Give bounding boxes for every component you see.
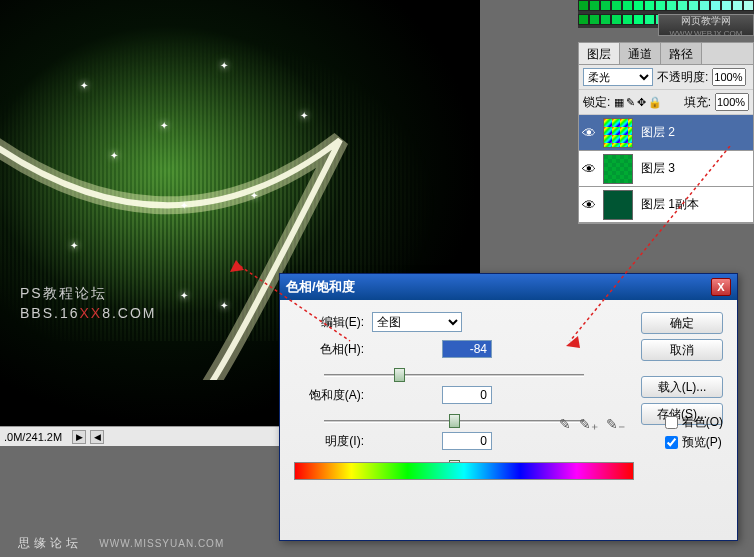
swatch[interactable] <box>688 0 699 11</box>
wm-pre: BBS.16 <box>20 305 79 321</box>
status-arrow-left[interactable]: ◀ <box>90 430 104 444</box>
load-button[interactable]: 载入(L)... <box>641 376 723 398</box>
status-text: .0M/241.2M <box>4 431 62 443</box>
footer: 思缘论坛 WWW.MISSYUAN.COM <box>18 535 224 552</box>
hue-label: 色相(H): <box>294 341 364 358</box>
preview-checkbox[interactable] <box>665 436 678 449</box>
lock-label: 锁定: <box>583 94 610 111</box>
dialog-titlebar[interactable]: 色相/饱和度 X <box>280 274 737 300</box>
ok-button[interactable]: 确定 <box>641 312 723 334</box>
opacity-input[interactable] <box>712 68 746 86</box>
hue-slider-thumb[interactable] <box>394 368 405 382</box>
visibility-icon[interactable]: 👁 <box>579 197 599 213</box>
preview-text: 预览(P) <box>682 434 722 451</box>
close-button[interactable]: X <box>711 278 731 296</box>
brand-line2: WWW.WEBJX.COM <box>670 29 743 38</box>
tab-layers[interactable]: 图层 <box>579 43 620 64</box>
colorize-check-label[interactable]: 着色(O) <box>665 414 723 431</box>
swatch[interactable] <box>600 14 611 25</box>
eyedropper-add-icon[interactable]: ✎₊ <box>579 416 598 432</box>
status-arrow-right[interactable]: ▶ <box>72 430 86 444</box>
layer-row[interactable]: 👁图层 3 <box>579 151 753 187</box>
layers-panel: 图层 通道 路径 柔光 不透明度: 锁定: ▦ ✎ ✥ 🔒 填充: 👁图层 2👁… <box>578 42 754 224</box>
brand-line1: 网页教学网 <box>681 15 731 26</box>
swatch[interactable] <box>633 14 644 25</box>
fill-label: 填充: <box>684 94 711 111</box>
wm-mid: XX <box>79 305 102 321</box>
hue-input[interactable] <box>442 340 492 358</box>
swatch[interactable] <box>600 0 611 11</box>
layer-row[interactable]: 👁图层 1副本 <box>579 187 753 223</box>
sat-slider-thumb[interactable] <box>449 414 460 428</box>
swatch[interactable] <box>622 14 633 25</box>
dialog-title-text: 色相/饱和度 <box>286 278 355 296</box>
layer-list: 👁图层 2👁图层 3👁图层 1副本 <box>579 115 753 223</box>
swatch[interactable] <box>721 0 732 11</box>
spectrum-bar <box>294 462 634 480</box>
eyedropper-sub-icon[interactable]: ✎₋ <box>606 416 625 432</box>
tab-channels[interactable]: 通道 <box>620 43 661 64</box>
swatch[interactable] <box>677 0 688 11</box>
swatch[interactable] <box>699 0 710 11</box>
layer-thumbnail[interactable] <box>603 118 633 148</box>
swatch[interactable] <box>578 0 589 11</box>
fill-input[interactable] <box>715 93 749 111</box>
dialog-buttons: 确定 取消 载入(L)... 存储(S)... <box>641 312 723 430</box>
layer-name[interactable]: 图层 3 <box>637 160 675 177</box>
layer-thumbnail[interactable] <box>603 190 633 220</box>
lock-transparency-icon[interactable]: ▦ <box>614 96 624 109</box>
light-label: 明度(I): <box>294 433 364 450</box>
hue-slider[interactable] <box>324 366 584 386</box>
sat-slider[interactable] <box>324 412 584 432</box>
visibility-icon[interactable]: 👁 <box>579 125 599 141</box>
colorize-text: 着色(O) <box>682 414 723 431</box>
layer-thumbnail[interactable] <box>603 154 633 184</box>
swatch[interactable] <box>611 0 622 11</box>
dialog-checkboxes: 着色(O) 预览(P) <box>665 414 723 454</box>
opacity-label: 不透明度: <box>657 69 708 86</box>
layer-name[interactable]: 图层 1副本 <box>637 196 699 213</box>
visibility-icon[interactable]: 👁 <box>579 161 599 177</box>
layers-blend-row: 柔光 不透明度: <box>579 65 753 90</box>
swatch[interactable] <box>611 14 622 25</box>
eyedropper-icon[interactable]: ✎ <box>559 416 571 432</box>
footer-url: WWW.MISSYUAN.COM <box>99 538 224 549</box>
footer-text: 思缘论坛 <box>18 536 82 550</box>
preview-check-label[interactable]: 预览(P) <box>665 434 723 451</box>
swatch[interactable] <box>666 0 677 11</box>
swatch[interactable] <box>743 0 754 11</box>
lock-move-icon[interactable]: ✥ <box>637 96 646 109</box>
swatch[interactable] <box>622 0 633 11</box>
swatch[interactable] <box>655 0 666 11</box>
lock-paint-icon[interactable]: ✎ <box>626 96 635 109</box>
swatch[interactable] <box>589 0 600 11</box>
swatch[interactable] <box>633 0 644 11</box>
layer-name[interactable]: 图层 2 <box>637 124 675 141</box>
edit-label: 编辑(E): <box>294 314 364 331</box>
brand-badge: 网页教学网 WWW.WEBJX.COM <box>658 14 754 36</box>
hue-saturation-dialog: 色相/饱和度 X 编辑(E): 全图 色相(H): 饱和度(A): 明度(I): <box>279 273 738 541</box>
light-input[interactable] <box>442 432 492 450</box>
blend-mode-select[interactable]: 柔光 <box>583 68 653 86</box>
sat-input[interactable] <box>442 386 492 404</box>
sat-label: 饱和度(A): <box>294 387 364 404</box>
eyedropper-tools: ✎ ✎₊ ✎₋ <box>559 416 625 432</box>
swatch[interactable] <box>644 14 655 25</box>
watermark-line2: BBS.16XX8.COM <box>20 305 157 321</box>
swatch[interactable] <box>732 0 743 11</box>
tab-paths[interactable]: 路径 <box>661 43 702 64</box>
layers-lock-row: 锁定: ▦ ✎ ✥ 🔒 填充: <box>579 90 753 115</box>
watermark-line1: PS教程论坛 <box>20 285 107 303</box>
swatch[interactable] <box>589 14 600 25</box>
colorize-checkbox[interactable] <box>665 416 678 429</box>
swatch[interactable] <box>644 0 655 11</box>
swatch[interactable] <box>710 0 721 11</box>
lock-icons: ▦ ✎ ✥ 🔒 <box>614 96 662 109</box>
layers-tabs: 图层 通道 路径 <box>579 43 753 65</box>
layer-row[interactable]: 👁图层 2 <box>579 115 753 151</box>
hue-slider-track <box>324 374 584 377</box>
swatch[interactable] <box>578 14 589 25</box>
lock-all-icon[interactable]: 🔒 <box>648 96 662 109</box>
cancel-button[interactable]: 取消 <box>641 339 723 361</box>
edit-select[interactable]: 全图 <box>372 312 462 332</box>
